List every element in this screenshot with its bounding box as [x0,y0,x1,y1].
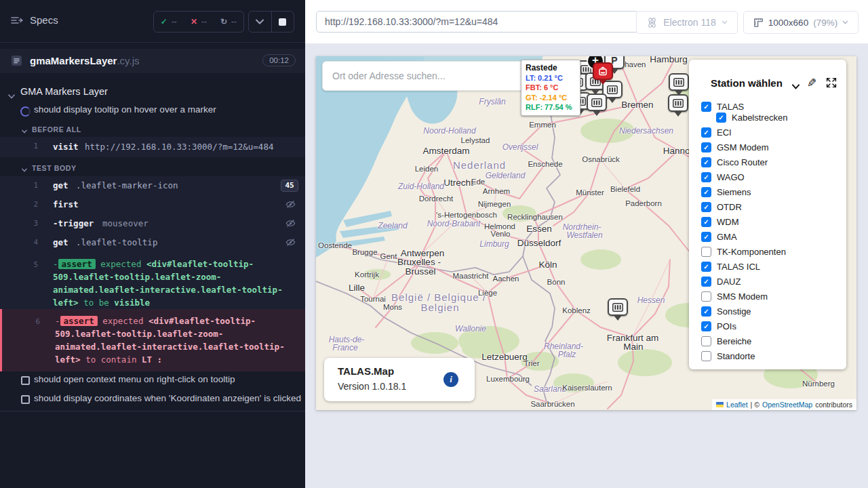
eye-slash-icon [285,237,296,249]
map-label: Pfalz [558,350,576,359]
command-row-get-tooltip[interactable]: 4 get .leaflet-tooltip [0,233,305,252]
station-row[interactable]: ✓GMA [701,232,841,241]
leaflet-map[interactable]: HamburgBremerhavenBremenNiedersachsenHan… [316,56,856,410]
edit-pencil-icon[interactable]: ✎ [807,76,816,90]
map-label: Kaiserslautern [562,384,612,392]
test-body-header[interactable]: TEST BODY [0,163,305,174]
station-row[interactable]: ✓WDM [701,217,841,226]
checkbox[interactable]: ✓ [701,102,711,112]
map-label: Luxembourg [486,375,530,383]
chevron-down-icon[interactable] [792,80,800,92]
map-label: Westfalen [566,230,602,240]
station-row[interactable]: ✓Cisco Router [701,157,841,167]
station-marker-icon[interactable] [668,94,688,121]
checkbox[interactable] [701,351,711,361]
chevron-down-icon [842,20,848,24]
tooltip-title: Rastede [526,63,576,73]
checkbox[interactable]: ✓ [701,157,711,167]
map-label: Lille [349,283,365,293]
pending-test-row[interactable]: should open context menu on right-click … [0,373,305,390]
pending-test-row[interactable]: should display coordinates when 'Koordin… [0,392,305,409]
map-label: Bielefeld [610,185,640,193]
station-row[interactable]: TK-Komponenten [701,247,841,256]
checkbox[interactable]: ✓ [701,187,711,197]
station-row[interactable]: ✓POIs [701,321,841,331]
station-label: Kabelstrecken [732,113,787,123]
leaflet-link[interactable]: Leaflet [726,401,748,409]
station-row[interactable]: ✓Kabelstrecken [716,113,841,122]
map-label: Main [623,342,643,352]
collapse-all-button[interactable] [249,12,271,32]
command-method: first [53,199,79,209]
map-label: Koblenz [562,306,591,314]
cypress-reporter-panel: Specs ✓ -- ✕ -- ↻ -- gmaMark [0,0,305,488]
station-label: GMA [717,232,737,242]
url-input[interactable] [316,11,639,33]
command-row-visit[interactable]: 1 visit http://192.168.10.33:3000/?m=12&… [0,137,305,157]
checkbox[interactable]: ✓ [701,262,711,272]
checkbox[interactable] [701,247,711,257]
spec-file-row[interactable]: gmaMarkersLayer.cy.js 00:12 [0,49,305,73]
command-method: -trigger [53,218,94,228]
checkbox[interactable]: ✓ [701,172,711,182]
expand-icon[interactable] [826,77,837,91]
station-row[interactable]: ✓GSM Modem [701,142,841,152]
info-icon[interactable]: i [443,372,458,387]
stop-button[interactable] [271,12,294,32]
station-row[interactable]: ✓Sonstige [701,306,841,316]
station-row[interactable]: ✓WAGO [701,172,841,182]
marker-head [593,62,613,80]
checkbox[interactable] [701,291,711,302]
station-row[interactable]: Standorte [701,351,841,361]
station-row[interactable]: ✓Siemens [701,187,841,197]
station-marker-icon[interactable] [608,298,628,325]
station-panel-title[interactable]: Station wählen [711,77,783,89]
checkbox[interactable]: ✓ [701,232,711,242]
map-label: Letzebuerg [481,352,528,362]
checkbox[interactable] [701,336,711,346]
map-label: Kortrijk [355,270,379,279]
running-spinner-icon [20,106,31,117]
specs-title[interactable]: Specs [30,14,58,26]
map-label: Oostende [318,241,352,249]
command-row-trigger[interactable]: 3 -trigger mouseover [0,214,305,233]
checkbox[interactable]: ✓ [701,277,711,287]
test-title: should display tooltip on hover over a m… [34,104,216,115]
command-method: get [53,180,68,190]
checkbox[interactable]: ✓ [701,142,711,152]
station-row[interactable]: ✓TALAS ICL [701,262,841,271]
electron-icon [646,17,658,28]
checkbox[interactable]: ✓ [701,217,711,227]
station-row[interactable]: SMS Modem [701,291,841,301]
station-row[interactable]: ✓DAUZ [701,277,841,286]
marker-tail [608,97,617,108]
passed-icon: ✓ [161,17,167,26]
active-test-row[interactable]: should display tooltip on hover over a m… [0,103,305,121]
station-label: WAGO [717,172,745,182]
before-all-header[interactable]: BEFORE ALL [0,125,305,136]
command-row-get-marker[interactable]: 1 get .leaflet-marker-icon 45 [0,176,305,195]
command-row-first[interactable]: 2 first [0,195,305,214]
suite-row[interactable]: GMA Markers Layer [0,85,305,101]
assert-row-failed[interactable]: 6 -assert expected <div#leaflet-tooltip-… [0,309,305,371]
checkbox[interactable]: ✓ [701,202,711,212]
station-marker-icon[interactable] [587,94,607,121]
viewport-select[interactable]: 1000x660 (79%) [743,11,859,34]
map-label: Maastricht [452,272,488,280]
specs-menu-icon[interactable] [11,16,23,28]
browser-select[interactable]: Electron 118 [636,11,738,34]
checkbox[interactable]: ✓ [701,306,711,317]
checkbox[interactable]: ✓ [716,113,726,123]
checkbox[interactable]: ✓ [701,321,711,331]
checkbox[interactable]: ✓ [701,127,711,138]
spec-file-icon [11,55,22,69]
element-count-badge: 45 [281,180,298,192]
osm-link[interactable]: OpenStreetMap [762,401,812,409]
ukraine-flag-icon [716,402,724,407]
station-row[interactable]: ✓TALAS [701,102,841,111]
station-row[interactable]: Bereiche [701,336,841,346]
station-row[interactable]: ✓ECI [701,127,841,137]
assert-row-passed[interactable]: 5 -assert expected <div#leaflet-tooltip-… [0,252,305,314]
station-row[interactable]: ✓OTDR [701,202,841,211]
alarm-device-marker-icon[interactable] [593,62,613,89]
